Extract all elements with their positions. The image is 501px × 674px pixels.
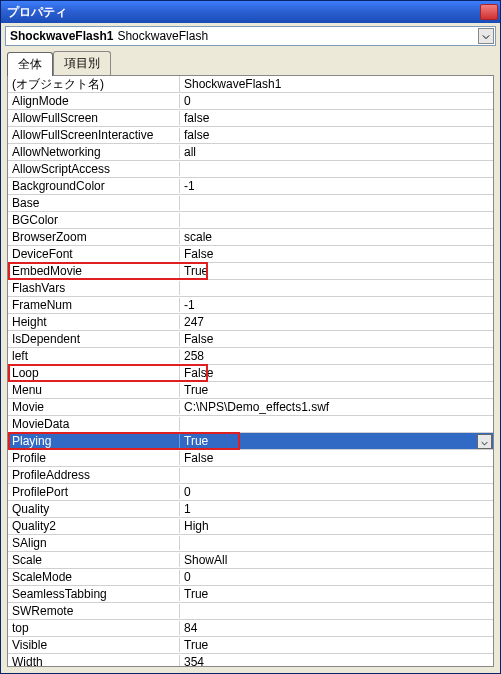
property-name: EmbedMovie [8, 264, 180, 278]
property-value[interactable]: ShockwaveFlash1 [180, 77, 493, 91]
property-row[interactable]: DeviceFontFalse [8, 246, 493, 263]
property-row[interactable]: SeamlessTabbingTrue [8, 586, 493, 603]
property-value[interactable]: all [180, 145, 493, 159]
property-row[interactable]: EmbedMovieTrue [8, 263, 493, 280]
property-row[interactable]: ProfilePort0 [8, 484, 493, 501]
property-name: AllowNetworking [8, 145, 180, 159]
property-value[interactable]: -1 [180, 179, 493, 193]
property-value[interactable]: 84 [180, 621, 493, 635]
property-name: Loop [8, 366, 180, 380]
property-value[interactable]: True [180, 638, 493, 652]
property-row[interactable]: AlignMode0 [8, 93, 493, 110]
property-value[interactable]: scale [180, 230, 493, 244]
property-row[interactable]: ProfileAddress [8, 467, 493, 484]
property-value[interactable]: False [180, 247, 493, 261]
properties-window: プロパティ ShockwaveFlash1 ShockwaveFlash 全体 … [0, 0, 501, 674]
property-name: Height [8, 315, 180, 329]
property-row[interactable]: SAlign [8, 535, 493, 552]
property-name: Quality [8, 502, 180, 516]
property-value[interactable]: 0 [180, 570, 493, 584]
property-value[interactable]: False [180, 332, 493, 346]
property-name: Width [8, 655, 180, 667]
property-row[interactable]: ScaleMode0 [8, 569, 493, 586]
property-row[interactable]: BrowserZoomscale [8, 229, 493, 246]
property-row[interactable]: Height247 [8, 314, 493, 331]
property-row[interactable]: BackgroundColor-1 [8, 178, 493, 195]
close-button[interactable] [480, 4, 498, 20]
property-name: ProfilePort [8, 485, 180, 499]
property-row[interactable]: Base [8, 195, 493, 212]
property-name: Profile [8, 451, 180, 465]
property-value[interactable]: False [180, 451, 493, 465]
property-name: Movie [8, 400, 180, 414]
property-value[interactable]: 0 [180, 94, 493, 108]
property-row[interactable]: VisibleTrue [8, 637, 493, 654]
property-value[interactable]: 1 [180, 502, 493, 516]
property-row[interactable]: ProfileFalse [8, 450, 493, 467]
property-name: BrowserZoom [8, 230, 180, 244]
property-row[interactable]: (オブジェクト名)ShockwaveFlash1 [8, 76, 493, 93]
property-row[interactable]: AllowFullScreenfalse [8, 110, 493, 127]
property-row[interactable]: Quality1 [8, 501, 493, 518]
chevron-down-icon [481, 435, 488, 449]
property-name: AllowFullScreen [8, 111, 180, 125]
property-value[interactable]: True [180, 264, 493, 278]
property-row[interactable]: Width354 [8, 654, 493, 667]
dropdown-button[interactable] [478, 28, 494, 44]
property-value[interactable]: ShowAll [180, 553, 493, 567]
property-value[interactable]: 0 [180, 485, 493, 499]
property-row[interactable]: left258 [8, 348, 493, 365]
titlebar[interactable]: プロパティ [1, 1, 500, 23]
property-name: FrameNum [8, 298, 180, 312]
property-name: left [8, 349, 180, 363]
property-row[interactable]: MenuTrue [8, 382, 493, 399]
property-row[interactable]: LoopFalse [8, 365, 493, 382]
property-value[interactable]: 247 [180, 315, 493, 329]
property-name: IsDependent [8, 332, 180, 346]
object-selector-row: ShockwaveFlash1 ShockwaveFlash [1, 23, 500, 49]
property-value[interactable]: false [180, 128, 493, 142]
property-value[interactable]: True [180, 434, 493, 448]
property-name: (オブジェクト名) [8, 76, 180, 93]
property-name: Quality2 [8, 519, 180, 533]
property-value[interactable]: C:\NPS\Demo_effects1.swf [180, 400, 493, 414]
property-grid[interactable]: (オブジェクト名)ShockwaveFlash1AlignMode0AllowF… [7, 75, 494, 667]
property-row[interactable]: BGColor [8, 212, 493, 229]
property-value[interactable]: -1 [180, 298, 493, 312]
property-row[interactable]: AllowScriptAccess [8, 161, 493, 178]
property-row[interactable]: top84 [8, 620, 493, 637]
property-row[interactable]: ScaleShowAll [8, 552, 493, 569]
property-name: AlignMode [8, 94, 180, 108]
property-row[interactable]: MovieC:\NPS\Demo_effects1.swf [8, 399, 493, 416]
property-value[interactable]: 258 [180, 349, 493, 363]
property-row[interactable]: Quality2High [8, 518, 493, 535]
property-row[interactable]: FlashVars [8, 280, 493, 297]
property-value[interactable]: False [180, 366, 493, 380]
property-row[interactable]: MovieData [8, 416, 493, 433]
property-name: AllowFullScreenInteractive [8, 128, 180, 142]
property-value[interactable]: True [180, 383, 493, 397]
tab-all[interactable]: 全体 [7, 52, 53, 76]
property-value[interactable]: false [180, 111, 493, 125]
property-name: MovieData [8, 417, 180, 431]
object-selector[interactable]: ShockwaveFlash1 ShockwaveFlash [5, 26, 496, 46]
window-title: プロパティ [7, 4, 67, 21]
property-row[interactable]: IsDependentFalse [8, 331, 493, 348]
tabs: 全体 項目別 [1, 49, 500, 75]
property-name: ProfileAddress [8, 468, 180, 482]
tab-categorized[interactable]: 項目別 [53, 51, 111, 75]
property-row[interactable]: SWRemote [8, 603, 493, 620]
property-name: Scale [8, 553, 180, 567]
property-value[interactable]: High [180, 519, 493, 533]
property-row[interactable]: FrameNum-1 [8, 297, 493, 314]
property-row[interactable]: PlayingTrue [8, 433, 493, 450]
property-value[interactable]: True [180, 587, 493, 601]
property-name: SeamlessTabbing [8, 587, 180, 601]
property-value[interactable]: 354 [180, 655, 493, 667]
property-name: SAlign [8, 536, 180, 550]
property-row[interactable]: AllowFullScreenInteractivefalse [8, 127, 493, 144]
property-name: Menu [8, 383, 180, 397]
property-name: Playing [8, 434, 180, 448]
value-dropdown-button[interactable] [477, 434, 492, 449]
property-row[interactable]: AllowNetworkingall [8, 144, 493, 161]
